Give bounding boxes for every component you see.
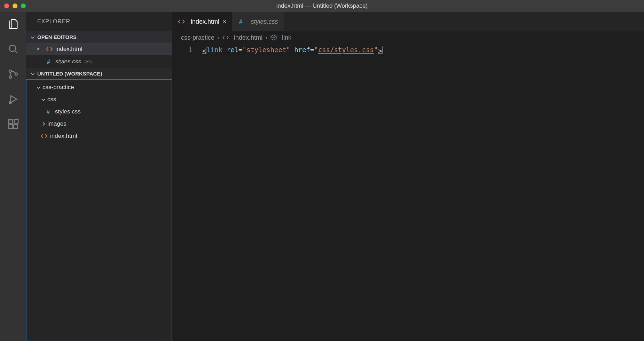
tab-label: styles.css xyxy=(251,18,278,25)
extensions-icon[interactable] xyxy=(7,118,19,130)
html-file-icon xyxy=(40,132,48,140)
svg-rect-9 xyxy=(14,119,18,123)
source-control-icon[interactable] xyxy=(7,68,19,80)
tree-folder[interactable]: images xyxy=(26,118,172,130)
svg-line-1 xyxy=(15,51,17,53)
svg-text:#: # xyxy=(47,58,50,65)
tree-file[interactable]: index.html xyxy=(26,130,172,142)
chevron-down-icon xyxy=(30,71,36,77)
workspace-header[interactable]: UNTITLED (WORKSPACE) xyxy=(26,68,172,79)
tree-item-label: css-practice xyxy=(42,84,74,91)
workspace-label: UNTITLED (WORKSPACE) xyxy=(37,71,102,77)
open-editors-label: OPEN EDITORS xyxy=(37,34,77,40)
svg-text:#: # xyxy=(47,108,50,114)
chevron-down-icon xyxy=(40,96,47,103)
tree-item-label: images xyxy=(47,120,66,127)
close-icon[interactable]: × xyxy=(37,46,43,53)
svg-point-5 xyxy=(9,102,11,104)
tab-label: index.html xyxy=(191,18,219,25)
titlebar: index.html — Untitled (Workspace) xyxy=(0,0,644,12)
maximize-window-button[interactable] xyxy=(21,3,26,8)
open-editor-name: index.html xyxy=(55,46,82,53)
symbol-icon xyxy=(270,34,277,41)
open-editor-item[interactable]: × index.html xyxy=(26,43,172,55)
svg-point-3 xyxy=(9,76,11,78)
breadcrumb-separator: › xyxy=(217,34,219,41)
html-file-icon xyxy=(178,18,185,25)
tab-bar: index.html × # styles.css xyxy=(172,12,644,31)
chevron-down-icon xyxy=(36,84,42,90)
minimize-window-button[interactable] xyxy=(13,3,17,8)
open-editors-list: × index.html # styles.css css xyxy=(26,43,172,68)
tree-folder[interactable]: css xyxy=(26,93,172,105)
file-tree: css-practice css # styles.css images ind… xyxy=(26,79,172,341)
svg-point-2 xyxy=(9,70,11,72)
tree-folder[interactable]: css-practice xyxy=(26,81,172,93)
code-content[interactable]: <link rel="stylesheet" href="css/styles.… xyxy=(202,44,383,341)
explorer-icon[interactable] xyxy=(7,18,19,30)
close-icon[interactable]: × xyxy=(223,18,227,25)
tree-file[interactable]: # styles.css xyxy=(26,105,172,118)
svg-point-4 xyxy=(15,73,17,75)
breadcrumb-item[interactable]: link xyxy=(282,34,291,41)
css-file-icon: # xyxy=(238,18,245,25)
bracket-highlight: < xyxy=(202,46,206,54)
chevron-down-icon xyxy=(30,34,36,40)
code-editor[interactable]: 1 <link rel="stylesheet" href="css/style… xyxy=(172,44,644,341)
svg-rect-8 xyxy=(14,125,17,128)
open-editors-header[interactable]: OPEN EDITORS xyxy=(26,31,172,43)
line-number: 1 xyxy=(172,45,192,53)
svg-point-0 xyxy=(9,45,15,51)
sidebar: EXPLORER OPEN EDITORS × index.html # sty… xyxy=(26,12,172,341)
sidebar-title: EXPLORER xyxy=(26,12,172,31)
bracket-highlight: > xyxy=(378,46,382,54)
code-line[interactable]: <link rel="stylesheet" href="css/styles.… xyxy=(202,45,383,55)
css-file-icon: # xyxy=(45,108,53,116)
html-file-icon xyxy=(46,45,53,53)
svg-rect-7 xyxy=(9,125,13,128)
run-debug-icon[interactable] xyxy=(7,93,19,105)
svg-rect-6 xyxy=(9,120,13,124)
breadcrumb-item[interactable]: index.html xyxy=(234,34,262,41)
tree-item-label: styles.css xyxy=(55,108,81,115)
main-area: EXPLORER OPEN EDITORS × index.html # sty… xyxy=(0,12,644,341)
css-file-icon: # xyxy=(46,58,53,65)
breadcrumb[interactable]: css-practice › index.html › link xyxy=(172,31,644,44)
open-editor-item[interactable]: # styles.css css xyxy=(26,55,172,68)
breadcrumb-separator: › xyxy=(265,34,267,41)
open-editor-name: styles.css xyxy=(55,58,81,65)
activity-bar xyxy=(0,12,26,341)
html-file-icon xyxy=(222,34,229,41)
window-controls xyxy=(4,3,26,8)
open-editor-hint: css xyxy=(85,59,92,64)
chevron-right-icon xyxy=(40,121,47,127)
search-icon[interactable] xyxy=(7,43,19,55)
tab-styles-css[interactable]: # styles.css xyxy=(232,12,284,31)
window-title: index.html — Untitled (Workspace) xyxy=(276,2,368,9)
breadcrumb-item[interactable]: css-practice xyxy=(181,34,214,41)
svg-text:#: # xyxy=(239,18,242,25)
line-number-gutter: 1 xyxy=(172,44,202,341)
tab-index-html[interactable]: index.html × xyxy=(172,12,232,31)
editor-group: index.html × # styles.css css-practice ›… xyxy=(172,12,644,341)
tree-item-label: css xyxy=(47,96,56,103)
tree-item-label: index.html xyxy=(50,133,77,140)
close-window-button[interactable] xyxy=(4,3,9,8)
